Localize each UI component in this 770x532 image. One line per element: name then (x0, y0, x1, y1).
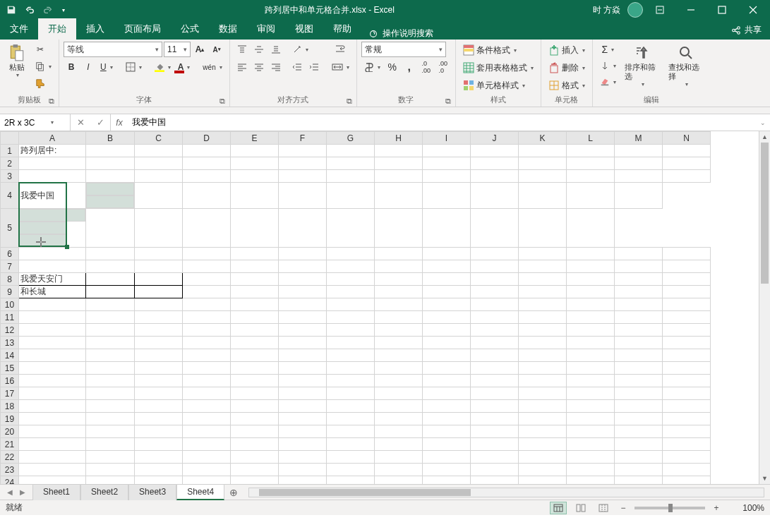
cell-H24[interactable] (375, 476, 423, 485)
cell-L13[interactable] (567, 337, 615, 349)
cell-D14[interactable] (183, 349, 231, 362)
cell-C4[interactable] (86, 195, 134, 208)
avatar[interactable] (627, 2, 643, 18)
cell-I12[interactable] (423, 324, 471, 337)
cell-N6[interactable] (663, 248, 711, 260)
increase-font-button[interactable]: A▴ (192, 42, 207, 57)
sheet-tab-Sheet1[interactable]: Sheet1 (32, 484, 80, 500)
col-header-L[interactable]: L (567, 132, 615, 145)
cell-L8[interactable] (567, 273, 615, 286)
sort-filter-button[interactable]: 排序和筛选 ▾ (622, 42, 663, 90)
ribbon-options-button[interactable] (646, 0, 674, 20)
conditional-format-button[interactable]: 条件格式 ▾ (460, 42, 519, 59)
save-button[interactable] (3, 1, 20, 18)
cell-K11[interactable] (519, 311, 567, 324)
cell-L14[interactable] (567, 349, 615, 362)
row-header-23[interactable]: 23 (1, 464, 19, 476)
cell-N11[interactable] (663, 311, 711, 324)
orientation-button[interactable]: ▾ (289, 42, 311, 57)
scroll-up-button[interactable]: ▲ (759, 131, 770, 143)
cell-I8[interactable] (423, 273, 471, 286)
cancel-edit-button[interactable]: ✕ (71, 114, 90, 131)
cell-G22[interactable] (327, 451, 375, 464)
cell-A18[interactable] (19, 400, 86, 413)
sheet-nav-next[interactable]: ▶ (17, 487, 28, 498)
row-header-14[interactable]: 14 (1, 349, 19, 362)
cell-M15[interactable] (615, 362, 663, 375)
cut-button[interactable]: ✂ (32, 42, 48, 57)
clipboard-dialog-launcher[interactable]: ⧉ (47, 97, 56, 105)
cell-F21[interactable] (279, 438, 327, 451)
col-header-J[interactable]: J (471, 132, 519, 145)
accounting-format-button[interactable]: ▾ (361, 59, 383, 75)
row-header-6[interactable]: 6 (1, 248, 19, 260)
cell-M9[interactable] (615, 286, 663, 298)
cell-L3[interactable] (567, 170, 615, 183)
cell-F11[interactable] (279, 311, 327, 324)
cell-N8[interactable] (663, 273, 711, 286)
cell-D12[interactable] (183, 324, 231, 337)
decrease-decimal-button[interactable]: .00.0 (435, 59, 451, 75)
cell-E13[interactable] (231, 337, 279, 349)
cell-B3[interactable] (86, 170, 135, 183)
row-header-11[interactable]: 11 (1, 311, 19, 324)
cell-A3[interactable] (19, 170, 86, 183)
cell-F9[interactable] (279, 286, 327, 298)
cell-L19[interactable] (567, 413, 615, 425)
cell-N22[interactable] (663, 451, 711, 464)
cell-C24[interactable] (135, 476, 183, 485)
cell-K12[interactable] (519, 324, 567, 337)
cell-K1[interactable] (519, 145, 567, 157)
cell-I4[interactable] (375, 183, 423, 209)
cell-M24[interactable] (615, 476, 663, 485)
cell-F14[interactable] (279, 349, 327, 362)
format-cells-button[interactable]: 格式 ▾ (546, 77, 588, 94)
cell-styles-button[interactable]: 单元格样式 ▾ (460, 77, 528, 94)
cell-G3[interactable] (327, 170, 375, 183)
cell-A6[interactable] (19, 248, 86, 260)
cell-D16[interactable] (183, 375, 231, 387)
cell-F8[interactable] (279, 273, 327, 286)
zoom-out-button[interactable]: − (618, 503, 629, 513)
cell-J12[interactable] (471, 324, 519, 337)
comma-button[interactable]: , (402, 59, 417, 75)
cell-J16[interactable] (471, 375, 519, 387)
tab-帮助[interactable]: 帮助 (323, 18, 361, 40)
cell-N24[interactable] (663, 476, 711, 485)
cell-N9[interactable] (663, 286, 711, 298)
horizontal-scrollbar[interactable] (248, 488, 764, 497)
cell-A12[interactable] (19, 324, 86, 337)
cell-E16[interactable] (231, 375, 279, 387)
cell-N5[interactable] (567, 209, 615, 248)
cell-L9[interactable] (567, 286, 615, 298)
cell-I7[interactable] (423, 260, 471, 273)
cell-H17[interactable] (375, 387, 423, 400)
row-header-8[interactable]: 8 (1, 273, 19, 286)
cell-I14[interactable] (423, 349, 471, 362)
cell-J10[interactable] (471, 298, 519, 311)
cell-K13[interactable] (519, 337, 567, 349)
cell-G2[interactable] (327, 157, 375, 170)
cell-H21[interactable] (375, 438, 423, 451)
page-break-view-button[interactable] (595, 502, 612, 514)
cell-J24[interactable] (471, 476, 519, 485)
cell-G10[interactable] (327, 298, 375, 311)
cell-I3[interactable] (423, 170, 471, 183)
undo-button[interactable] (21, 1, 38, 18)
cell-D24[interactable] (183, 476, 231, 485)
cell-K17[interactable] (519, 387, 567, 400)
cell-C6[interactable] (135, 248, 183, 260)
hscroll-thumb[interactable] (259, 489, 471, 496)
cell-L15[interactable] (567, 362, 615, 375)
page-layout-view-button[interactable] (572, 502, 589, 514)
cell-F19[interactable] (279, 413, 327, 425)
cell-C12[interactable] (135, 324, 183, 337)
format-as-table-button[interactable]: 套用表格格式 ▾ (460, 59, 536, 76)
cell-L18[interactable] (567, 400, 615, 413)
cell-J15[interactable] (471, 362, 519, 375)
cell-A4[interactable]: 我爱中国 (19, 183, 86, 209)
row-header-24[interactable]: 24 (1, 476, 19, 485)
cell-H7[interactable] (375, 260, 423, 273)
cell-B11[interactable] (86, 311, 135, 324)
cell-B20[interactable] (86, 425, 135, 438)
